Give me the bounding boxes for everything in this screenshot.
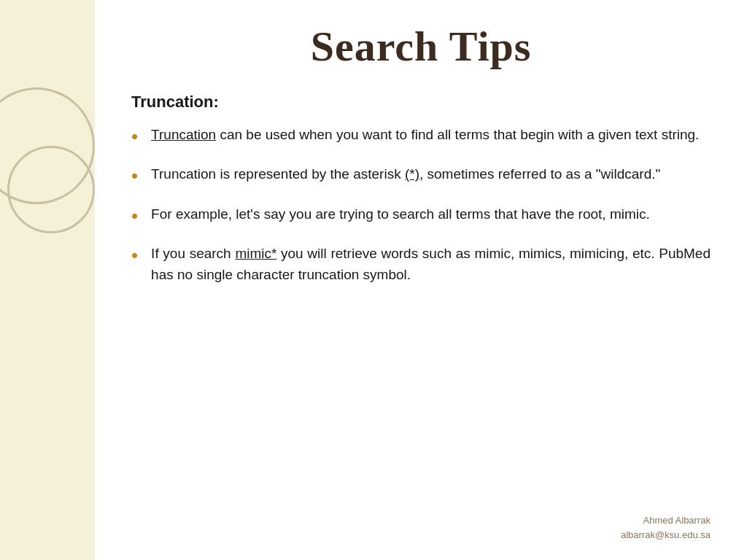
mimic-underline: mimic* <box>235 246 276 261</box>
left-sidebar <box>0 0 95 560</box>
bullet-dot-2: • <box>131 163 138 189</box>
slide-footer: Ahmed Albarrak albarrak@ksu.edu.sa <box>621 513 711 542</box>
slide-container: Search Tips Truncation: • Truncation can… <box>0 0 747 560</box>
footer-email: albarrak@ksu.edu.sa <box>621 528 711 542</box>
circle-decoration-2 <box>7 146 95 233</box>
bullet-dot-4: • <box>131 242 138 268</box>
footer-author: Ahmed Albarrak <box>621 513 711 528</box>
main-content: Search Tips Truncation: • Truncation can… <box>95 0 747 560</box>
list-item: • If you search mimic* you will retrieve… <box>131 244 711 285</box>
bullet-dot-1: • <box>131 123 138 149</box>
list-item: • Truncation can be used when you want t… <box>131 125 711 149</box>
asterisk-underline: (*) <box>405 166 419 182</box>
list-item: • For example, let's say you are trying … <box>131 204 711 229</box>
bullet-dot-3: • <box>131 203 138 229</box>
bullet-list: • Truncation can be used when you want t… <box>131 125 711 300</box>
bullet-text-2: Truncation is represented by the asteris… <box>151 164 711 185</box>
bullet-text-1: Truncation can be used when you want to … <box>151 125 711 146</box>
bullet-text-3: For example, let's say you are trying to… <box>151 204 711 225</box>
truncation-underline: Truncation <box>151 127 216 142</box>
section-heading: Truncation: <box>131 93 711 112</box>
slide-title: Search Tips <box>131 22 711 71</box>
list-item: • Truncation is represented by the aster… <box>131 164 711 189</box>
bullet-text-4: If you search mimic* you will retrieve w… <box>151 244 711 285</box>
